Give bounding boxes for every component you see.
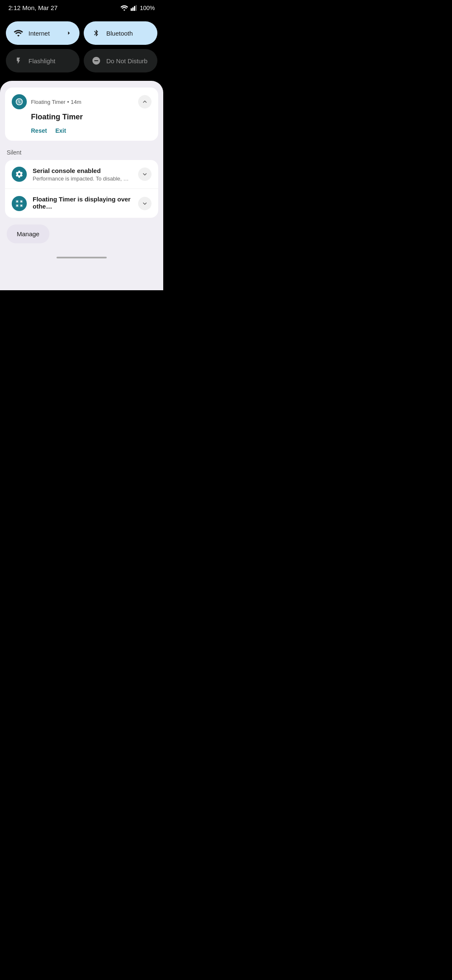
bluetooth-tile[interactable]: Bluetooth [84, 21, 157, 45]
floating-timer-card: Floating Timer•14m Floating Timer Reset … [5, 88, 158, 141]
notif-app-name: Floating Timer [31, 99, 65, 105]
wifi-icon [121, 5, 128, 11]
serial-console-icon [12, 167, 27, 182]
svg-rect-2 [134, 6, 135, 11]
flashlight-tile[interactable]: Flashlight [6, 49, 80, 72]
do-not-disturb-label: Do Not Disturb [106, 57, 150, 64]
reset-button[interactable]: Reset [31, 127, 47, 134]
serial-console-expand-button[interactable] [138, 168, 152, 181]
do-not-disturb-tile[interactable]: Do Not Disturb [84, 49, 157, 72]
internet-tile[interactable]: Internet [6, 21, 80, 45]
serial-console-title: Serial console enabled [33, 167, 132, 174]
floating-timer-overlay-title: Floating Timer is displaying over othe… [33, 196, 132, 210]
floating-timer-overlay-expand-button[interactable] [138, 197, 152, 210]
floating-timer-overlay-icon [12, 196, 27, 211]
serial-console-item: Serial console enabled Performance is im… [5, 160, 158, 189]
notif-header-left: Floating Timer•14m [12, 94, 81, 109]
notification-group: Serial console enabled Performance is im… [5, 160, 158, 218]
notif-time: 14m [71, 99, 81, 105]
floating-timer-icon [12, 94, 27, 109]
bluetooth-label: Bluetooth [106, 30, 150, 37]
home-indicator [5, 250, 158, 262]
notif-header: Floating Timer•14m [12, 94, 152, 109]
floating-timer-overlay-content: Floating Timer is displaying over othe… [33, 196, 132, 211]
do-not-disturb-icon [91, 56, 101, 66]
flashlight-icon [13, 56, 23, 66]
exit-button[interactable]: Exit [55, 127, 66, 134]
notif-actions: Reset Exit [12, 127, 152, 134]
signal-icon [131, 5, 137, 11]
notif-title: Floating Timer [12, 113, 152, 121]
svg-rect-3 [136, 5, 137, 11]
home-bar [56, 257, 107, 258]
svg-rect-0 [131, 8, 132, 10]
internet-label: Internet [28, 30, 60, 37]
floating-timer-overlay-item: Floating Timer is displaying over othe… [5, 189, 158, 218]
silent-section-label: Silent [5, 146, 158, 160]
bluetooth-icon [91, 28, 101, 38]
status-time: 2:12 Mon, Mar 27 [8, 4, 58, 11]
serial-console-subtitle: Performance is impacted. To disable, … [33, 175, 132, 182]
flashlight-label: Flashlight [28, 57, 72, 64]
internet-arrow-icon [65, 30, 72, 36]
notification-panel: Floating Timer•14m Floating Timer Reset … [0, 81, 163, 290]
wifi-qs-icon [13, 28, 23, 38]
notif-collapse-button[interactable] [138, 95, 152, 108]
status-bar: 2:12 Mon, Mar 27 100% [0, 0, 163, 15]
manage-button[interactable]: Manage [7, 224, 49, 243]
quick-settings-panel: Internet Bluetooth Flashlight [0, 15, 163, 81]
notif-app-info: Floating Timer•14m [31, 99, 81, 105]
battery-text: 100% [140, 5, 155, 11]
svg-rect-1 [132, 7, 134, 11]
serial-console-content: Serial console enabled Performance is im… [33, 167, 132, 182]
status-icons: 100% [121, 5, 155, 11]
